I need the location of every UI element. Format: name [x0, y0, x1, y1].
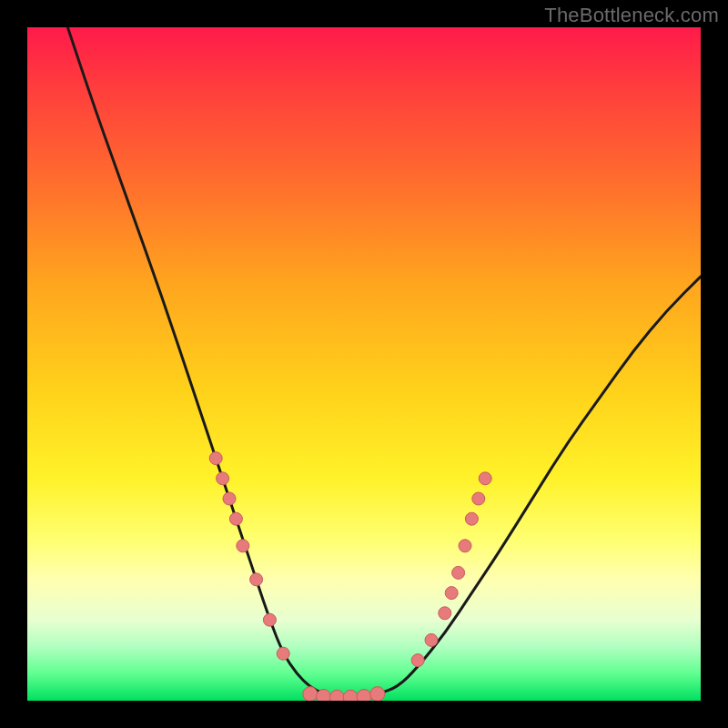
- data-marker: [317, 690, 331, 701]
- data-marker: [237, 540, 249, 552]
- curve-layer: [27, 27, 701, 701]
- data-marker: [209, 452, 222, 465]
- data-marker: [357, 690, 371, 701]
- data-marker: [459, 540, 471, 552]
- data-marker: [250, 573, 263, 586]
- chart-container: TheBottleneck.com: [0, 0, 728, 728]
- bottleneck-curve: [67, 27, 701, 697]
- data-marker: [277, 647, 289, 660]
- data-marker: [263, 613, 276, 626]
- data-marker: [223, 492, 236, 505]
- data-marker: [411, 654, 424, 667]
- data-marker: [465, 512, 478, 525]
- data-marker: [425, 633, 438, 646]
- data-marker: [303, 687, 318, 701]
- data-marker: [329, 690, 344, 701]
- watermark-text: TheBottleneck.com: [544, 4, 719, 27]
- plot-area: [27, 27, 701, 701]
- data-marker: [217, 472, 229, 485]
- data-marker: [370, 687, 385, 701]
- data-marker: [229, 512, 242, 525]
- data-marker: [452, 566, 465, 579]
- data-markers: [209, 452, 491, 701]
- data-marker: [472, 492, 485, 505]
- data-marker: [439, 607, 451, 620]
- data-marker: [479, 472, 491, 485]
- data-marker: [343, 690, 358, 701]
- data-marker: [445, 587, 458, 600]
